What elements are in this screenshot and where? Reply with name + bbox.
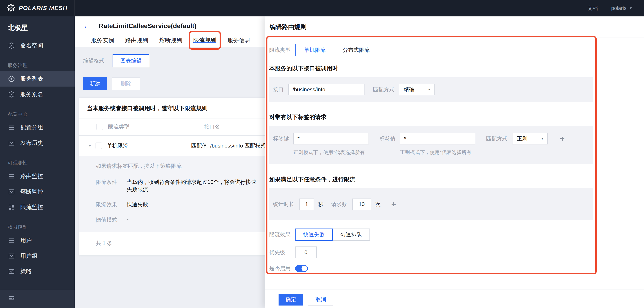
duration-unit: 秒 — [318, 201, 324, 208]
drawer-title: 编辑路由规则 — [265, 16, 644, 37]
enable-label: 是否启用 — [269, 265, 290, 272]
history-monitor-icon — [8, 252, 15, 260]
effect-label: 限流效果 — [269, 231, 290, 238]
effect-segmented-control: 快速失败 匀速排队 — [295, 229, 370, 241]
toggle-knob — [302, 266, 307, 271]
sidebar-item-circuitbreak-monitor[interactable]: 熔断监控 — [0, 184, 75, 199]
sidebar-item-users[interactable]: 用户 — [0, 233, 75, 248]
add-condition-icon[interactable]: + — [391, 200, 396, 208]
sidebar-item-label: 限流监控 — [20, 203, 43, 211]
sidebar-item-label: 用户组 — [20, 252, 38, 260]
enable-toggle[interactable] — [295, 265, 308, 272]
tab-circuitbreak-rules[interactable]: 熔断规则 — [159, 35, 182, 47]
chart-edit-button[interactable]: 图表编辑 — [112, 54, 149, 67]
tag-value-hint: 正则模式下，使用*代表选择所有 — [400, 149, 475, 156]
cancel-button[interactable]: 取消 — [308, 294, 333, 306]
edit-rule-drawer: 编辑路由规则 限流类型 单机限流 分布式限流 本服务的以下接口被调用时 接口 匹… — [265, 16, 644, 308]
type-segmented-control: 单机限流 分布式限流 — [295, 44, 378, 56]
condition-label: 限流条件 — [96, 178, 127, 193]
type-option-distributed[interactable]: 分布式限流 — [334, 44, 378, 56]
select-all-checkbox[interactable] — [96, 124, 103, 130]
user-name: polaris — [611, 5, 626, 11]
logo-text: POLARIS MESH — [19, 5, 68, 12]
sidebar-item-release-history[interactable]: 发布历史 — [0, 135, 75, 151]
sidebar-item-label: 路由监控 — [20, 172, 43, 180]
tag-key-input[interactable] — [293, 133, 369, 145]
drawer-footer: 确定 取消 — [265, 289, 644, 306]
sidebar-item-service-alias[interactable]: 服务别名 — [0, 87, 75, 102]
interface-match-select[interactable]: 精确 ▼ — [399, 84, 434, 95]
duration-label: 统计时长 — [273, 201, 294, 208]
interface-input[interactable] — [288, 84, 364, 95]
sidebar-item-config-groups[interactable]: 配置分组 — [0, 120, 75, 135]
sidebar-item-label: 服务别名 — [20, 90, 43, 98]
history-monitor-icon — [8, 268, 15, 275]
tag-key-label: 标签键 — [273, 135, 289, 142]
tab-route-rules[interactable]: 路由规则 — [125, 35, 148, 47]
tab-service-info[interactable]: 服务信息 — [228, 35, 250, 47]
tab-ratelimit-rules[interactable]: 限流规则 — [193, 37, 216, 43]
row-expand-icon[interactable]: ▼ — [88, 144, 96, 148]
logo[interactable]: POLARIS MESH — [0, 0, 75, 16]
effect-value: 快速失败 — [127, 201, 148, 208]
priority-label: 优先级 — [269, 249, 290, 256]
sidebar-item-label: 用户 — [20, 237, 32, 244]
sidebar-item-label: 熔断监控 — [20, 188, 43, 196]
tab-bar: 服务实例 路由规则 熔断规则 限流规则 服务信息 — [91, 35, 250, 47]
sidebar-item-label: 策略 — [20, 268, 32, 275]
sidebar-item-label: 配置分组 — [20, 124, 43, 132]
chevron-down-icon: ▼ — [428, 88, 431, 92]
sidebar-item-namespace[interactable]: 命名空间 — [0, 38, 75, 53]
history-monitor-icon — [8, 188, 15, 196]
duration-input[interactable] — [300, 198, 314, 210]
interface-match-value: 精确 — [404, 86, 414, 93]
sidebar-item-ratelimit-monitor[interactable]: 限流监控 — [0, 199, 75, 215]
sidebar-collapse-button[interactable] — [0, 290, 75, 308]
list-icon — [8, 237, 15, 244]
sidebar: 北极星 命名空间 服务治理 服务列表 服务别名 配置中心 配置分组 发布历史 可… — [0, 16, 75, 308]
interface-label: 接口 — [273, 86, 284, 93]
column-type: 限流类型 — [108, 123, 204, 131]
add-tag-icon[interactable]: + — [560, 135, 565, 143]
tab-service-instances[interactable]: 服务实例 — [91, 35, 114, 47]
match-mode-label: 匹配方式 — [373, 86, 394, 93]
sidebar-item-route-monitor[interactable]: 路由监控 — [0, 168, 75, 184]
row-type: 单机限流 — [107, 142, 191, 150]
service-detail-header: ← RateLimitCalleeService(default) 服务实例 路… — [75, 16, 265, 47]
sidebar-item-label: 服务列表 — [20, 75, 43, 83]
confirm-button[interactable]: 确定 — [278, 294, 303, 306]
column-interface: 接口名 — [204, 123, 220, 131]
priority-input[interactable] — [295, 247, 317, 258]
chevron-down-icon: ▼ — [629, 6, 632, 10]
count-label: 请求数 — [331, 201, 347, 208]
tag-value-input[interactable] — [400, 133, 475, 145]
section-conditions: 如果满足以下任意条件，进行限流 — [269, 176, 644, 183]
sidebar-item-user-groups[interactable]: 用户组 — [0, 248, 75, 264]
service-detail-panel: ← RateLimitCalleeService(default) 服务实例 路… — [75, 16, 265, 308]
sidebar-item-policies[interactable]: 策略 — [0, 264, 75, 279]
new-rule-button[interactable]: 新建 — [83, 77, 107, 90]
page-title: RateLimitCalleeService(default) — [99, 22, 196, 30]
doc-link[interactable]: 文档 — [588, 5, 598, 12]
user-menu[interactable]: polaris ▼ — [611, 5, 632, 11]
collapse-icon — [8, 295, 15, 304]
type-label: 限流类型 — [269, 46, 290, 54]
tag-match-label: 匹配方式 — [486, 135, 508, 142]
delete-rule-button[interactable]: 删除 — [112, 77, 140, 90]
table-row[interactable]: ▼ 单机限流 匹配值: /business/info 匹配模式 — [79, 136, 265, 156]
type-option-single[interactable]: 单机限流 — [295, 44, 334, 56]
tag-match-select[interactable]: 正则 ▼ — [512, 133, 548, 145]
row-checkbox[interactable] — [96, 143, 102, 149]
condition-value: 当1s内，收到符合条件的请求超过10个，将会进行快速失败限流 — [127, 178, 258, 193]
effect-option-fail-fast[interactable]: 快速失败 — [295, 229, 333, 241]
sidebar-item-service-list[interactable]: 服务列表 — [0, 71, 75, 87]
sidebar-section-auth: 权限控制 — [0, 219, 75, 233]
effect-option-queue[interactable]: 匀速排队 — [332, 229, 370, 241]
list-icon — [8, 124, 15, 132]
total-count: 共 1 条 — [79, 232, 265, 255]
table-header-row: 限流类型 接口名 — [79, 119, 265, 135]
sidebar-title: 北极星 — [0, 16, 75, 33]
back-arrow-icon[interactable]: ← — [83, 22, 91, 30]
count-input[interactable] — [352, 198, 371, 210]
service-list-icon — [8, 75, 15, 83]
